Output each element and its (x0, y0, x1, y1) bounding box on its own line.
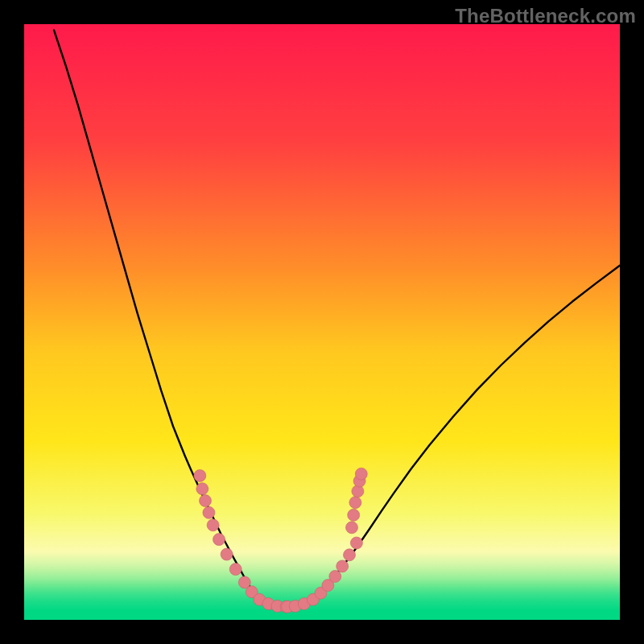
data-marker (350, 537, 362, 549)
data-marker (346, 522, 358, 534)
gradient-background (24, 24, 620, 620)
plot-svg (24, 24, 620, 620)
data-marker (336, 560, 349, 572)
data-marker (355, 468, 367, 480)
data-marker (207, 519, 219, 531)
data-marker (203, 506, 215, 518)
data-marker (348, 509, 360, 521)
chart-frame: TheBottleneck.com (0, 0, 644, 644)
data-marker (229, 564, 242, 576)
data-marker (221, 548, 233, 560)
data-marker (344, 549, 356, 561)
plot-area (24, 24, 620, 620)
data-marker (200, 495, 212, 507)
data-marker (196, 483, 208, 495)
data-marker (194, 469, 206, 481)
data-marker (349, 497, 361, 509)
data-marker (329, 571, 341, 583)
watermark-label: TheBottleneck.com (455, 5, 636, 27)
data-marker (213, 534, 225, 546)
